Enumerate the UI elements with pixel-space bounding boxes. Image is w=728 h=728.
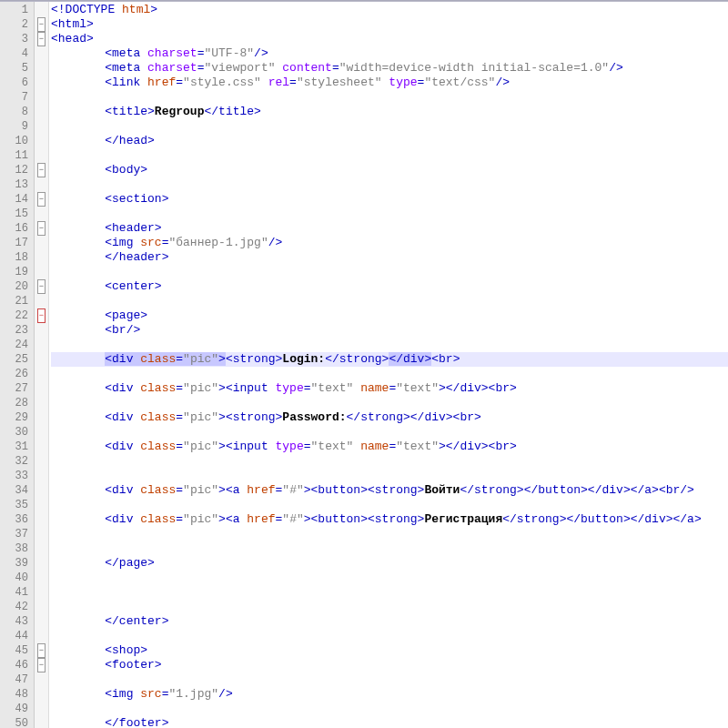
editor-area[interactable]: 1234567891011121314151617181920212223242… xyxy=(0,2,728,728)
fold-cell[interactable] xyxy=(35,76,48,90)
fold-cell[interactable] xyxy=(35,600,48,614)
fold-toggle-icon[interactable]: − xyxy=(37,192,46,207)
code-line[interactable]: </footer> xyxy=(51,716,728,728)
fold-cell[interactable] xyxy=(35,527,48,541)
code-line[interactable]: <section> xyxy=(51,192,728,207)
fold-cell[interactable] xyxy=(35,352,48,367)
fold-cell[interactable] xyxy=(35,396,48,410)
code-line[interactable]: <meta charset="viewport" content="width=… xyxy=(51,61,728,76)
code-line[interactable] xyxy=(51,294,728,308)
code-line[interactable]: <div class="pic"><a href="#"><button><st… xyxy=(51,512,728,527)
fold-cell[interactable] xyxy=(35,498,48,512)
fold-cell[interactable] xyxy=(35,119,48,134)
fold-cell[interactable] xyxy=(35,177,48,192)
fold-cell[interactable] xyxy=(35,585,48,600)
code-line[interactable]: <shop> xyxy=(51,643,728,658)
code-line[interactable]: <center> xyxy=(51,279,728,294)
code-line[interactable]: </page> xyxy=(51,556,728,571)
code-line[interactable]: <img src="баннер-1.jpg"/> xyxy=(51,236,728,250)
code-line[interactable] xyxy=(51,207,728,221)
code-line[interactable]: <body> xyxy=(51,163,728,177)
fold-cell[interactable] xyxy=(35,425,48,440)
code-line[interactable] xyxy=(51,90,728,105)
code-line[interactable] xyxy=(51,527,728,541)
code-line[interactable]: <!DOCTYPE html> xyxy=(51,3,728,17)
fold-cell[interactable]: − xyxy=(35,163,48,177)
fold-cell[interactable]: − xyxy=(35,308,48,323)
fold-cell[interactable] xyxy=(35,236,48,250)
code-line[interactable]: </header> xyxy=(51,250,728,265)
code-line[interactable] xyxy=(51,148,728,163)
fold-cell[interactable] xyxy=(35,207,48,221)
fold-cell[interactable]: − xyxy=(35,221,48,236)
fold-cell[interactable]: − xyxy=(35,658,48,672)
code-line[interactable]: <div class="pic"><input type="text" name… xyxy=(51,381,728,396)
fold-cell[interactable] xyxy=(35,483,48,498)
code-line[interactable] xyxy=(51,702,728,716)
code-line[interactable]: <img src="1.jpg"/> xyxy=(51,687,728,702)
fold-cell[interactable] xyxy=(35,440,48,454)
code-line[interactable]: <title>Regroup</title> xyxy=(51,105,728,119)
fold-cell[interactable] xyxy=(35,134,48,148)
code-line[interactable]: <div class="pic"><strong>Login:</strong>… xyxy=(51,352,728,367)
code-line[interactable] xyxy=(51,177,728,192)
code-line[interactable] xyxy=(51,629,728,643)
fold-cell[interactable] xyxy=(35,687,48,702)
fold-cell[interactable] xyxy=(35,148,48,163)
fold-cell[interactable] xyxy=(35,250,48,265)
code-line[interactable]: </head> xyxy=(51,134,728,148)
fold-cell[interactable] xyxy=(35,410,48,425)
fold-cell[interactable] xyxy=(35,556,48,571)
fold-cell[interactable]: − xyxy=(35,32,48,46)
code-line[interactable]: <link href="style.css" rel="stylesheet" … xyxy=(51,76,728,90)
code-line[interactable] xyxy=(51,585,728,600)
code-line[interactable] xyxy=(51,672,728,687)
fold-cell[interactable] xyxy=(35,512,48,527)
code-line[interactable]: <html> xyxy=(51,17,728,32)
code-line[interactable] xyxy=(51,454,728,469)
fold-cell[interactable] xyxy=(35,323,48,338)
fold-toggle-icon[interactable]: − xyxy=(37,32,46,46)
fold-cell[interactable] xyxy=(35,61,48,76)
fold-cell[interactable] xyxy=(35,614,48,629)
code-line[interactable] xyxy=(51,396,728,410)
code-line[interactable] xyxy=(51,541,728,556)
fold-cell[interactable]: − xyxy=(35,279,48,294)
fold-cell[interactable] xyxy=(35,105,48,119)
code-line[interactable] xyxy=(51,469,728,483)
fold-cell[interactable]: − xyxy=(35,643,48,658)
code-line[interactable] xyxy=(51,571,728,585)
fold-cell[interactable] xyxy=(35,3,48,17)
code-line[interactable] xyxy=(51,367,728,381)
fold-cell[interactable] xyxy=(35,541,48,556)
code-line[interactable]: <header> xyxy=(51,221,728,236)
fold-cell[interactable] xyxy=(35,367,48,381)
fold-toggle-icon[interactable]: − xyxy=(37,279,46,294)
fold-cell[interactable] xyxy=(35,672,48,687)
fold-cell[interactable] xyxy=(35,46,48,61)
fold-cell[interactable] xyxy=(35,629,48,643)
code-line[interactable] xyxy=(51,119,728,134)
fold-cell[interactable] xyxy=(35,265,48,279)
fold-cell[interactable] xyxy=(35,469,48,483)
fold-toggle-icon[interactable]: − xyxy=(37,658,46,672)
fold-toggle-icon[interactable]: − xyxy=(37,643,46,658)
code-area[interactable]: <!DOCTYPE html><html><head> <meta charse… xyxy=(49,2,728,728)
code-line[interactable] xyxy=(51,338,728,352)
code-line[interactable]: <div class="pic"><input type="text" name… xyxy=(51,440,728,454)
fold-cell[interactable]: − xyxy=(35,17,48,32)
fold-cell[interactable] xyxy=(35,381,48,396)
fold-toggle-icon[interactable]: − xyxy=(37,17,46,32)
fold-cell[interactable] xyxy=(35,716,48,728)
code-line[interactable] xyxy=(51,498,728,512)
code-line[interactable]: <br/> xyxy=(51,323,728,338)
fold-cell[interactable] xyxy=(35,294,48,308)
code-line[interactable] xyxy=(51,600,728,614)
code-line[interactable] xyxy=(51,425,728,440)
code-line[interactable] xyxy=(51,265,728,279)
fold-toggle-icon[interactable]: − xyxy=(37,308,46,323)
code-line[interactable]: <meta charset="UTF-8"/> xyxy=(51,46,728,61)
fold-cell[interactable] xyxy=(35,571,48,585)
code-line[interactable]: <div class="pic"><strong>Password:</stro… xyxy=(51,410,728,425)
fold-cell[interactable] xyxy=(35,338,48,352)
